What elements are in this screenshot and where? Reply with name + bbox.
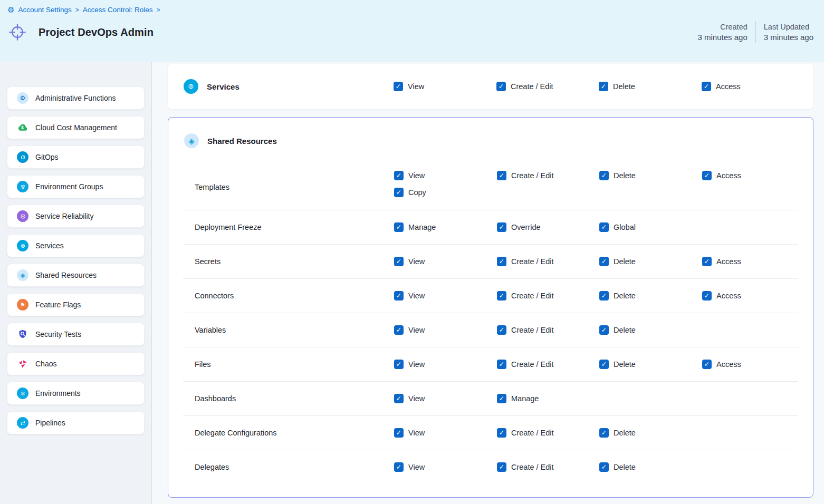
breadcrumb-access-control-roles[interactable]: Access Control: Roles xyxy=(83,6,153,14)
sidebar-item-security-tests[interactable]: Security Tests xyxy=(7,323,145,346)
meta-divider xyxy=(755,21,756,43)
sidebar-item-gitops[interactable]: GitOps xyxy=(7,146,145,169)
checkbox-create-edit-checked[interactable] xyxy=(496,82,506,91)
permission-access[interactable]: Access xyxy=(702,360,798,369)
checkbox-create-edit-checked[interactable] xyxy=(497,257,506,266)
sidebar-item-pipelines[interactable]: ⇄Pipelines xyxy=(7,411,145,434)
permission-view[interactable]: View xyxy=(394,428,497,438)
permission-create-edit[interactable]: Create / Edit xyxy=(497,428,599,438)
checkbox-access-checked[interactable] xyxy=(702,82,711,91)
sidebar-item-environments[interactable]: Environments xyxy=(7,382,145,405)
checkbox-view-checked[interactable] xyxy=(394,428,404,438)
checkbox-manage-checked[interactable] xyxy=(497,394,506,403)
checkbox-access-checked[interactable] xyxy=(702,171,712,180)
shared-resources-icon: ◈ xyxy=(184,133,199,148)
breadcrumb-separator: > xyxy=(157,6,160,14)
checkbox-delete-checked[interactable] xyxy=(599,171,609,180)
checkbox-view-checked[interactable] xyxy=(394,325,404,335)
permission-view[interactable]: View xyxy=(394,360,497,369)
permission-delete[interactable]: Delete xyxy=(599,428,702,438)
permission-view[interactable]: View xyxy=(394,325,497,335)
permission-view[interactable]: View xyxy=(394,291,497,301)
permission-create-edit[interactable]: Create / Edit xyxy=(497,291,599,301)
permission-create-edit[interactable]: Create / Edit xyxy=(497,171,599,180)
checkbox-delete-checked[interactable] xyxy=(599,325,609,335)
permission-access[interactable]: Access xyxy=(702,82,813,91)
resource-label: Variables xyxy=(183,313,394,347)
permission-delete[interactable]: Delete xyxy=(599,291,702,301)
checkbox-delete-checked[interactable] xyxy=(599,360,609,369)
checkbox-manage-checked[interactable] xyxy=(394,222,404,232)
checkbox-access-checked[interactable] xyxy=(702,257,712,266)
permission-row-secrets: SecretsViewCreate / EditDeleteAccess xyxy=(183,244,798,278)
checkbox-view-checked[interactable] xyxy=(394,171,404,180)
checkbox-delete-checked[interactable] xyxy=(599,291,609,301)
permission-cell: View xyxy=(394,82,496,91)
sidebar-item-cloud-cost-management[interactable]: $Cloud Cost Management xyxy=(7,116,145,139)
checkbox-create-edit-checked[interactable] xyxy=(497,325,506,335)
checkbox-view-checked[interactable] xyxy=(394,82,403,91)
checkbox-create-edit-checked[interactable] xyxy=(497,291,506,301)
permission-view[interactable]: View xyxy=(394,462,497,472)
permission-create-edit[interactable]: Create / Edit xyxy=(496,82,599,91)
checkbox-create-edit-checked[interactable] xyxy=(497,428,506,438)
sidebar-item-environment-groups[interactable]: Environment Groups xyxy=(7,175,145,198)
permission-view[interactable]: View xyxy=(394,171,497,180)
sidebar-item-services[interactable]: Services xyxy=(7,234,145,257)
permission-label: Access xyxy=(716,292,741,300)
sidebar-item-shared-resources[interactable]: ◈Shared Resources xyxy=(7,264,145,287)
permission-delete[interactable]: Delete xyxy=(599,257,702,266)
checkbox-override-checked[interactable] xyxy=(497,222,506,232)
permission-cell xyxy=(702,313,798,347)
sidebar-item-feature-flags[interactable]: ⚑Feature Flags xyxy=(7,293,145,316)
sidebar-item-administrative-functions[interactable]: ⚙Administrative Functions xyxy=(7,86,145,110)
breadcrumb-account-settings[interactable]: Account Settings xyxy=(18,6,71,14)
checkbox-create-edit-checked[interactable] xyxy=(497,171,506,180)
title-row: Project DevOps Admin Created 3 minutes a… xyxy=(0,21,824,43)
permission-label: View xyxy=(408,257,425,266)
checkbox-delete-checked[interactable] xyxy=(599,428,609,438)
permission-create-edit[interactable]: Create / Edit xyxy=(497,257,599,266)
checkbox-view-checked[interactable] xyxy=(394,462,404,472)
permission-cell: Create / Edit xyxy=(497,313,599,347)
permission-access[interactable]: Access xyxy=(702,171,798,180)
checkbox-access-checked[interactable] xyxy=(702,360,712,369)
permission-copy[interactable]: Copy xyxy=(394,188,497,197)
permission-label: Create / Edit xyxy=(511,360,554,369)
checkbox-global-checked[interactable] xyxy=(599,222,609,232)
permission-delete[interactable]: Delete xyxy=(599,82,702,91)
sidebar-item-chaos[interactable]: Chaos xyxy=(7,352,145,375)
permission-global[interactable]: Global xyxy=(599,222,702,232)
checkbox-access-checked[interactable] xyxy=(702,291,712,301)
checkbox-delete-checked[interactable] xyxy=(599,82,608,91)
checkbox-view-checked[interactable] xyxy=(394,291,404,301)
permission-access[interactable]: Access xyxy=(702,257,798,266)
permission-delete[interactable]: Delete xyxy=(599,360,702,369)
checkbox-view-checked[interactable] xyxy=(394,394,404,403)
checkbox-delete-checked[interactable] xyxy=(599,462,609,472)
checkbox-view-checked[interactable] xyxy=(394,257,404,266)
permission-delete[interactable]: Delete xyxy=(599,462,702,472)
checkbox-create-edit-checked[interactable] xyxy=(497,462,506,472)
permission-manage[interactable]: Manage xyxy=(394,222,497,232)
permission-delete[interactable]: Delete xyxy=(599,171,702,180)
breadcrumb: ⚙ Account Settings > Access Control: Rol… xyxy=(0,0,824,14)
permission-override[interactable]: Override xyxy=(497,222,599,232)
permission-create-edit[interactable]: Create / Edit xyxy=(497,462,599,472)
checkbox-create-edit-checked[interactable] xyxy=(497,360,506,369)
checkbox-copy-checked[interactable] xyxy=(394,188,404,197)
permission-delete[interactable]: Delete xyxy=(599,325,702,335)
permission-view[interactable]: View xyxy=(394,257,497,266)
permission-access[interactable]: Access xyxy=(702,291,798,301)
permission-create-edit[interactable]: Create / Edit xyxy=(497,360,599,369)
permission-manage[interactable]: Manage xyxy=(497,394,599,403)
permission-row-templates: TemplatesViewCopyCreate / EditDeleteAcce… xyxy=(183,164,798,210)
permission-cell: Access xyxy=(702,347,798,381)
checkbox-delete-checked[interactable] xyxy=(599,257,609,266)
permission-label: Override xyxy=(511,223,541,231)
permission-view[interactable]: View xyxy=(394,82,496,91)
checkbox-view-checked[interactable] xyxy=(394,360,404,369)
permission-view[interactable]: View xyxy=(394,394,497,403)
permission-create-edit[interactable]: Create / Edit xyxy=(497,325,599,335)
sidebar-item-service-reliability[interactable]: Service Reliability xyxy=(7,205,145,228)
